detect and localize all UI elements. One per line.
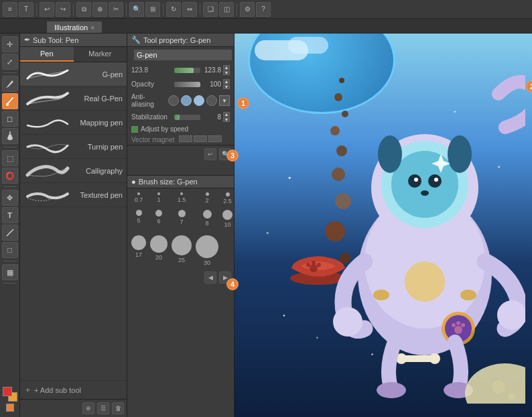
layer-button[interactable]: ◫ [219, 2, 234, 17]
size-item-7[interactable]: 7 [170, 208, 193, 233]
size-circle-17 [131, 235, 146, 250]
brush-name-gpen: G-pen [74, 70, 123, 78]
label-1: 1 [237, 97, 249, 109]
eraser-tool[interactable]: ◻ [2, 111, 18, 127]
size-item-1[interactable]: 1 [149, 191, 169, 207]
size-item-5[interactable]: 5 [130, 208, 147, 233]
tab-close-icon[interactable]: × [90, 24, 94, 32]
brush-item-turnip-pen[interactable]: Turnip pen [20, 135, 127, 159]
svg-point-39 [434, 178, 438, 182]
size-prev[interactable]: ◀ [204, 272, 216, 284]
brush-size-down[interactable]: ▼ [223, 70, 230, 75]
tool-button[interactable]: T [19, 2, 34, 17]
opacity-slider[interactable] [174, 82, 200, 87]
pen-tool-btn[interactable] [2, 76, 18, 92]
import-btn[interactable]: ☰ [97, 402, 109, 414]
label-3: 3 [226, 150, 239, 162]
toolbar-sep6 [237, 3, 237, 15]
brush-size-slider[interactable] [174, 68, 200, 73]
brush-item-real-gpen[interactable]: Real G-Pen [20, 86, 127, 111]
copy-settings-btn[interactable]: ⊕ [82, 402, 94, 414]
brush-name-real-gpen: Real G-Pen [74, 95, 123, 103]
zoom-fit-button[interactable]: ⊞ [145, 2, 160, 17]
cut-button[interactable]: ✂ [109, 2, 123, 17]
tab-marker[interactable]: Marker [74, 47, 127, 62]
move-layer-tool[interactable]: ✥ [2, 190, 18, 206]
size-item-6[interactable]: 6 [149, 208, 169, 233]
vector-opt2[interactable] [194, 135, 207, 142]
size-item-1.5[interactable]: 1.5 [170, 191, 193, 207]
size-label-5: 5 [137, 217, 140, 224]
size-item-25[interactable]: 25 [170, 234, 193, 267]
brush-item-mapping-pen[interactable]: Mapping pen [20, 111, 127, 135]
size-item-0.7[interactable]: 0.7 [130, 191, 147, 207]
rotate-button[interactable]: ↻ [166, 2, 181, 17]
foreground-color-swatch[interactable] [3, 387, 12, 396]
stabilization-down[interactable]: ▼ [223, 117, 230, 122]
adjust-speed-checkbox[interactable] [131, 126, 138, 133]
size-circle-10 [222, 210, 232, 220]
add-sub-tool-btn[interactable]: ＋ + Add sub tool [20, 380, 127, 399]
vector-opt3[interactable] [208, 135, 222, 142]
move-tool[interactable]: ✛ [2, 36, 18, 52]
gradient-tool[interactable]: ▦ [2, 264, 18, 280]
tab-illustration[interactable]: Illustration × [47, 21, 102, 33]
svg-point-34 [378, 135, 402, 173]
aa-option-off[interactable] [168, 95, 179, 106]
svg-point-40 [421, 190, 429, 196]
lasso-tool[interactable]: ⭕ [2, 168, 18, 184]
size-item-30[interactable]: 30 [194, 234, 220, 267]
shape-tool[interactable]: □ [2, 242, 18, 258]
new-layer-button[interactable]: ❑ [203, 2, 218, 17]
aa-option-low[interactable] [181, 95, 192, 106]
size-item-2[interactable]: 2 [194, 191, 220, 207]
copy-button[interactable]: ⧉ [76, 2, 91, 17]
brush-item-textured-pen[interactable]: Textured pen [20, 183, 127, 207]
zoom-tool[interactable]: ⤢ [2, 54, 18, 70]
brush-item-gpen[interactable]: G-pen [20, 62, 127, 86]
tab-bar: Illustration × [0, 19, 532, 34]
brush-size-label: 123.8 [131, 66, 172, 74]
brush-name-input[interactable] [134, 50, 232, 60]
stabilization-up[interactable]: ▲ [223, 112, 230, 117]
size-item-8[interactable]: 8 [194, 208, 220, 233]
zoom-in-button[interactable]: 🔍 [129, 2, 144, 17]
tool-property-footer: ↩ 🔍 [127, 145, 234, 163]
paste-button[interactable]: ⊕ [92, 2, 107, 17]
brush-tool-btn[interactable] [2, 93, 18, 109]
settings-button[interactable]: ⚙ [240, 2, 255, 17]
selection-tool[interactable]: ⬚ [2, 150, 18, 166]
orange-swatch[interactable] [6, 404, 14, 412]
tab-pen[interactable]: Pen [20, 47, 74, 62]
redo-button[interactable]: ↪ [56, 2, 70, 17]
aa-dropdown[interactable]: ▼ [219, 95, 230, 106]
tool-prop-reset[interactable]: ↩ [204, 148, 216, 160]
toolbar-sep1 [36, 3, 37, 15]
size-item-2.5[interactable]: 2.5 [221, 191, 234, 207]
text-tool[interactable]: T [2, 207, 18, 223]
opacity-down[interactable]: ▼ [223, 84, 230, 89]
help-button[interactable]: ? [256, 2, 271, 17]
brush-item-calligraphy[interactable]: Calligraphy [20, 159, 127, 183]
toolbar-sep3 [126, 3, 127, 15]
size-label-10: 10 [224, 221, 230, 228]
undo-button[interactable]: ↩ [40, 2, 54, 17]
line-tool[interactable] [2, 225, 18, 241]
opacity-up[interactable]: ▲ [223, 79, 230, 84]
canvas-area[interactable]: 1 [235, 34, 532, 417]
flip-button[interactable]: ⇔ [182, 2, 197, 17]
vector-opt1[interactable] [179, 135, 192, 142]
brush-size-up[interactable]: ▲ [223, 65, 230, 70]
aa-option-high[interactable] [206, 95, 217, 106]
aa-option-med[interactable] [194, 95, 204, 106]
delete-brush-btn[interactable]: 🗑 [112, 402, 124, 414]
size-item-20[interactable]: 20 [149, 234, 169, 267]
fill-tool[interactable] [2, 128, 18, 144]
brush-size-row: 123.8 123.8 ▲ ▼ [127, 63, 234, 77]
size-item-10[interactable]: 10 [221, 208, 234, 233]
size-item-17[interactable]: 17 [130, 234, 147, 267]
menu-button[interactable]: ≡ [3, 2, 17, 17]
main-layout: ✛ ⤢ ◻ ⬚ ⭕ ✥ T [0, 34, 532, 417]
tool-sep1 [3, 72, 17, 73]
stabilization-slider[interactable] [174, 115, 200, 120]
